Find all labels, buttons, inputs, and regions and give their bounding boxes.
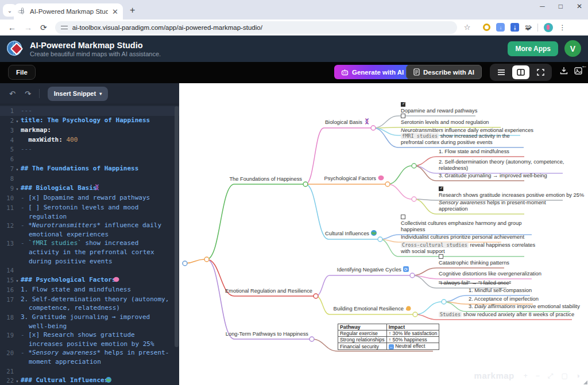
profile-avatar[interactable] (544, 23, 553, 32)
editor-line[interactable]: 4 maxWidth: 400 (0, 135, 179, 145)
map-node-psychological[interactable]: Psychological Factors (324, 175, 384, 183)
map-node-circle[interactable] (371, 126, 376, 130)
editor-line[interactable]: 172. Self-determination theory (autonomy… (0, 295, 179, 313)
back-icon[interactable]: ← (8, 23, 16, 32)
new-tab-button[interactable]: + (130, 5, 135, 15)
map-node-circle[interactable] (412, 164, 416, 168)
unchecked-checkbox-icon[interactable] (401, 215, 405, 219)
extension-download-tray-icon[interactable]: ⭳ (510, 23, 519, 32)
map-node-biological[interactable]: Biological Basis (325, 118, 370, 127)
editor-line[interactable]: 5--- (0, 145, 179, 154)
map-node-identifying[interactable]: Identifying Negative Cycles⟳ (337, 266, 409, 274)
fold-chevron-icon[interactable]: ▾ (14, 116, 21, 126)
editor-line[interactable]: 14 (0, 266, 179, 275)
map-node-circle[interactable] (314, 294, 318, 298)
map-node-building[interactable]: Building Emotional Resilience (334, 305, 412, 313)
editor-line[interactable]: 3markmap: (0, 126, 179, 135)
map-control-icon[interactable]: + (524, 372, 528, 380)
checked-checkbox-icon[interactable] (439, 186, 443, 191)
editor-line[interactable]: 11- [ ] Serotonin levels and mood regula… (0, 203, 179, 221)
map-control-icon[interactable]: ▢ (561, 372, 567, 380)
map-zoom-controls[interactable]: +−⤢▢◑ (524, 372, 580, 380)
map-node-dopamine[interactable]: Dopamine and reward pathways (401, 102, 477, 115)
map-node-serotonin[interactable]: Serotonin levels and mood regulation (401, 114, 489, 126)
map-node-crosscultural[interactable]: Cross-cultural studies reveal happiness … (401, 242, 544, 255)
map-node-collectivist[interactable]: Collectivist cultures emphasize harmony … (401, 215, 541, 234)
editor-line[interactable]: 1--- (0, 106, 179, 116)
code-editor[interactable]: 1---2▾title: The Psychology of Happiness… (0, 104, 179, 385)
map-node-selfdet[interactable]: 2. Self-determination theory (autonomy, … (439, 159, 585, 172)
fold-chevron-icon[interactable]: ▾ (14, 275, 21, 286)
maximize-icon[interactable]: □ (559, 2, 563, 10)
map-node-mindful[interactable]: 1. Mindful self-compassion (469, 287, 532, 294)
bookmark-star-icon[interactable]: ☆ (464, 23, 471, 32)
fold-chevron-icon[interactable]: ▾ (14, 164, 21, 174)
address-bar[interactable]: ai-toolbox.visual-paradigm.com/app/ai-po… (55, 21, 457, 34)
checked-checkbox-icon[interactable] (401, 102, 405, 107)
editor-line[interactable]: 15▾### Psychological Factors (0, 275, 179, 286)
editor-line[interactable]: 6 (0, 154, 179, 164)
map-node-circle[interactable] (310, 337, 314, 341)
unchecked-checkbox-icon[interactable] (401, 114, 405, 118)
url-text[interactable]: ai-toolbox.visual-paradigm.com/app/ai-po… (72, 24, 262, 31)
file-menu-button[interactable]: File (8, 65, 36, 80)
editor-line[interactable]: 2▾title: The Psychology of Happiness (0, 116, 179, 126)
map-node-foundations[interactable]: The Foundations of Happiness (229, 176, 302, 183)
map-node-gratitude[interactable]: 3. Gratitude journaling → improved well-… (439, 173, 547, 180)
editor-scrollbar[interactable] (175, 106, 179, 347)
editor-line[interactable]: 19- [x] Research shows gratitude increas… (0, 330, 179, 348)
editor-line[interactable]: 161. Flow state and mindfulness (0, 285, 179, 295)
fold-chevron-icon[interactable]: ▾ (14, 376, 21, 385)
map-node-fmri[interactable]: fMRI studies show increased activity in … (401, 133, 530, 146)
map-node-sensory[interactable]: Sensory awareness helps in present-momen… (439, 200, 564, 213)
editor-line[interactable]: 21 (0, 367, 179, 376)
map-node-daily[interactable]: 3. Daily affirmations improve emotional … (469, 304, 580, 310)
redo-icon[interactable]: ↷ (25, 90, 31, 98)
map-control-icon[interactable]: ◑ (576, 372, 580, 380)
reload-icon[interactable]: ⟳ (40, 23, 47, 32)
map-node-circle[interactable] (204, 257, 209, 262)
map-node-circle[interactable] (412, 197, 416, 201)
user-avatar[interactable]: V (564, 40, 581, 57)
extensions-puzzle-icon[interactable]: 🧩︎ (525, 24, 532, 32)
unchecked-checkbox-icon[interactable] (439, 254, 443, 259)
map-node-alwaysfail[interactable]: "I always fail" → "I failed once" (439, 280, 511, 287)
map-node-circle[interactable] (410, 273, 415, 278)
map-node-emotional[interactable]: Emotional Regulation and Resilience (225, 288, 312, 295)
extension-ring-icon[interactable] (483, 24, 490, 31)
fullscreen-icon[interactable] (532, 65, 549, 79)
map-node-circle[interactable] (413, 312, 417, 317)
map-node-individualist[interactable]: Individualist cultures prioritize person… (401, 234, 524, 241)
menu-dots-icon[interactable]: ⋮ (559, 24, 566, 32)
insert-snippet-button[interactable]: Insert Snippet ▾ (48, 87, 108, 101)
map-node-longterm[interactable]: Long-Term Pathways to Happiness (226, 331, 308, 338)
more-apps-button[interactable]: More Apps (508, 41, 558, 56)
map-node-research[interactable]: Research shows gratitude increases posit… (439, 186, 584, 199)
map-node-circle[interactable] (378, 237, 382, 242)
split-view-icon[interactable] (512, 65, 529, 79)
download-icon[interactable] (560, 67, 568, 76)
map-node-flow[interactable]: 1. Flow state and mindfulness (439, 149, 509, 155)
editor-line[interactable]: 12- *Neurotransmitters* influence daily … (0, 221, 179, 239)
mindmap-canvas[interactable]: PathwayImpactRegular exercise↑ 30% life … (179, 83, 588, 385)
map-control-icon[interactable]: − (536, 372, 540, 380)
map-node-circle[interactable] (183, 261, 187, 266)
map-node-circle[interactable] (385, 182, 390, 186)
editor-line[interactable]: 10- [x] Dopamine and reward pathways (0, 193, 179, 203)
map-node-studies[interactable]: Studies show reduced anxiety after 8 wee… (439, 312, 574, 318)
site-settings-icon[interactable] (61, 25, 68, 30)
editor-line[interactable]: 22▾### Cultural Influences (0, 376, 179, 385)
window-close-icon[interactable]: ✕ (577, 2, 582, 10)
map-node-cultural[interactable]: Cultural Influences (325, 230, 377, 238)
map-control-icon[interactable]: ⤢ (548, 372, 554, 380)
editor-view-icon[interactable] (493, 65, 510, 79)
fold-chevron-icon[interactable]: ▾ (14, 184, 21, 194)
minimize-icon[interactable]: ─ (540, 2, 545, 10)
editor-line[interactable]: 183. Gratitude journaling → improved wel… (0, 313, 179, 330)
map-node-acceptance[interactable]: 2. Acceptance of imperfection (469, 296, 539, 303)
editor-line[interactable]: 8 (0, 174, 179, 184)
map-node-cognitive[interactable]: Cognitive distortions like overgeneraliz… (439, 271, 541, 278)
collapse-arrow-icon[interactable]: ← (581, 62, 587, 69)
map-node-circle[interactable] (303, 182, 308, 186)
map-node-circle[interactable] (442, 300, 446, 304)
